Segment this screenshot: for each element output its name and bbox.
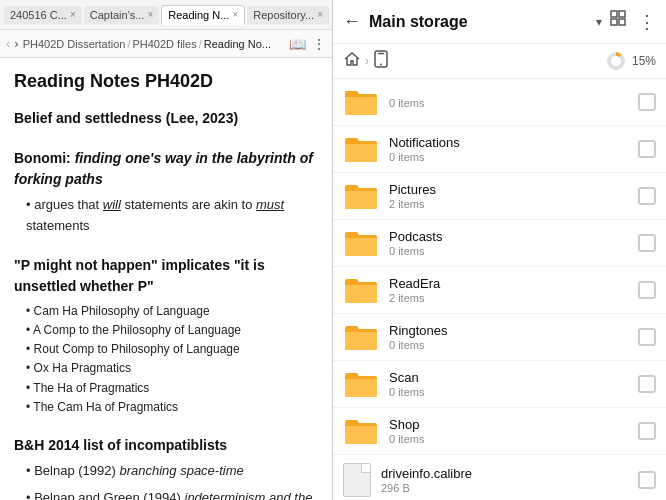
- page-title: Reading Notes PH402D: [14, 68, 318, 96]
- file-item-5[interactable]: Ringtones 0 items: [333, 314, 666, 361]
- file-meta-7: 0 items: [389, 433, 632, 445]
- tab-close-icon[interactable]: ×: [317, 9, 323, 20]
- left-panel: 240516 C... × Captain's... × Reading N..…: [0, 0, 333, 500]
- file-name-3: Podcasts: [389, 229, 632, 244]
- file-info-2: Pictures 2 items: [389, 182, 632, 210]
- file-checkbox-6[interactable]: [638, 375, 656, 393]
- file-info-8: driveinfo.calibre 296 B: [381, 466, 632, 494]
- phone-icon[interactable]: [373, 50, 389, 72]
- svg-point-8: [611, 56, 621, 66]
- storage-header: ← Main storage ▾ ⋮: [333, 0, 666, 44]
- header-action-icons: ⋮: [610, 10, 656, 33]
- tab-label: Reading N...: [168, 9, 229, 21]
- reading-content: Reading Notes PH402D Belief and settledn…: [0, 58, 332, 500]
- file-checkbox-1[interactable]: [638, 140, 656, 158]
- tab-close-icon[interactable]: ×: [147, 9, 153, 20]
- file-meta-4: 2 items: [389, 292, 632, 304]
- file-meta-1: 0 items: [389, 151, 632, 163]
- folder-icon: [343, 181, 379, 211]
- path-bar: › 15%: [333, 44, 666, 79]
- file-checkbox-2[interactable]: [638, 187, 656, 205]
- tab-bar: 240516 C... × Captain's... × Reading N..…: [0, 0, 332, 30]
- section2-heading: Bonomi: finding one's way in the labyrin…: [14, 148, 318, 191]
- breadcrumb-part2[interactable]: PH402D files: [132, 38, 196, 50]
- svg-rect-2: [611, 19, 617, 25]
- section3-bullet-2: A Comp to the Philosophy of Language: [14, 321, 318, 340]
- file-name-6: Scan: [389, 370, 632, 385]
- calibre-file-icon: [343, 463, 371, 497]
- folder-icon: [343, 134, 379, 164]
- file-checkbox-7[interactable]: [638, 422, 656, 440]
- section4-bullet2: Belnap and Green (1994) indeterminism an…: [14, 488, 318, 500]
- back-arrow-button[interactable]: ←: [343, 11, 361, 32]
- file-item-6[interactable]: Scan 0 items: [333, 361, 666, 408]
- section4-bullet1: Belnap (1992) branching space-time: [14, 461, 318, 482]
- home-icon[interactable]: [343, 50, 361, 72]
- file-info-6: Scan 0 items: [389, 370, 632, 398]
- file-meta-0: 0 items: [389, 97, 632, 109]
- tab-240516[interactable]: 240516 C... ×: [4, 6, 82, 24]
- svg-rect-1: [619, 11, 625, 17]
- file-meta-5: 0 items: [389, 339, 632, 351]
- tab-label: Repository...: [253, 9, 314, 21]
- forward-button[interactable]: ›: [14, 36, 18, 51]
- tab-close-icon[interactable]: ×: [70, 9, 76, 20]
- section3-bullet-5: The Ha of Pragmatics: [14, 379, 318, 398]
- folder-icon: [343, 228, 379, 258]
- file-item-7[interactable]: Shop 0 items: [333, 408, 666, 455]
- add-tab-button[interactable]: +: [331, 6, 332, 24]
- storage-dropdown-button[interactable]: ▾: [596, 15, 602, 29]
- more-options-button[interactable]: ⋮: [638, 11, 656, 33]
- section3-heading: "P might not happen" implicates "it is u…: [14, 255, 318, 298]
- storage-title: Main storage: [369, 13, 588, 31]
- file-name-7: Shop: [389, 417, 632, 432]
- section3-bullet-4: Ox Ha Pragmatics: [14, 359, 318, 378]
- file-checkbox-0[interactable]: [638, 93, 656, 111]
- file-name-1: Notifications: [389, 135, 632, 150]
- nav-bar: ‹ › PH402D Dissertation / PH402D files /…: [0, 30, 332, 58]
- file-checkbox-4[interactable]: [638, 281, 656, 299]
- tab-label: Captain's...: [90, 9, 145, 21]
- file-meta-8: 296 B: [381, 482, 632, 494]
- book-icon[interactable]: 📖: [289, 36, 306, 52]
- file-checkbox-8[interactable]: [638, 471, 656, 489]
- storage-indicator: 15%: [605, 50, 656, 72]
- folder-icon: [343, 87, 379, 117]
- tab-close-icon[interactable]: ×: [232, 9, 238, 20]
- section3-bullet-6: The Cam Ha of Pragmatics: [14, 398, 318, 417]
- svg-rect-0: [611, 11, 617, 17]
- file-item-2[interactable]: Pictures 2 items: [333, 173, 666, 220]
- section3-bullet-3: Rout Comp to Philosophy of Language: [14, 340, 318, 359]
- file-checkbox-5[interactable]: [638, 328, 656, 346]
- file-checkbox-3[interactable]: [638, 234, 656, 252]
- file-name-5: Ringtones: [389, 323, 632, 338]
- file-name-2: Pictures: [389, 182, 632, 197]
- breadcrumb-part1[interactable]: PH402D Dissertation: [23, 38, 126, 50]
- folder-icon: [343, 416, 379, 446]
- tab-repository[interactable]: Repository... ×: [247, 6, 329, 24]
- file-item-0[interactable]: 0 items: [333, 79, 666, 126]
- back-button[interactable]: ‹: [6, 36, 10, 51]
- section2-bullet: argues that will statements are akin to …: [14, 195, 318, 237]
- more-options-icon[interactable]: ⋮: [312, 36, 326, 52]
- file-item-1[interactable]: Notifications 0 items: [333, 126, 666, 173]
- file-item-4[interactable]: ReadEra 2 items: [333, 267, 666, 314]
- file-item-8[interactable]: driveinfo.calibre 296 B: [333, 455, 666, 500]
- file-item-3[interactable]: Podcasts 0 items: [333, 220, 666, 267]
- folder-icon: [343, 275, 379, 305]
- right-panel: ← Main storage ▾ ⋮ ›: [333, 0, 666, 500]
- file-name-8: driveinfo.calibre: [381, 466, 632, 481]
- storage-pie-chart: [605, 50, 627, 72]
- breadcrumb-part3[interactable]: Reading No...: [204, 38, 271, 50]
- file-info-7: Shop 0 items: [389, 417, 632, 445]
- tab-label: 240516 C...: [10, 9, 67, 21]
- tab-reading[interactable]: Reading N... ×: [161, 5, 245, 25]
- file-name-4: ReadEra: [389, 276, 632, 291]
- storage-percent: 15%: [632, 54, 656, 68]
- file-info-5: Ringtones 0 items: [389, 323, 632, 351]
- tab-captains[interactable]: Captain's... ×: [84, 6, 160, 24]
- grid-view-icon[interactable]: [610, 10, 628, 33]
- svg-point-5: [380, 64, 382, 66]
- folder-icon: [343, 322, 379, 352]
- section4-heading: B&H 2014 list of incompatiblists: [14, 435, 318, 457]
